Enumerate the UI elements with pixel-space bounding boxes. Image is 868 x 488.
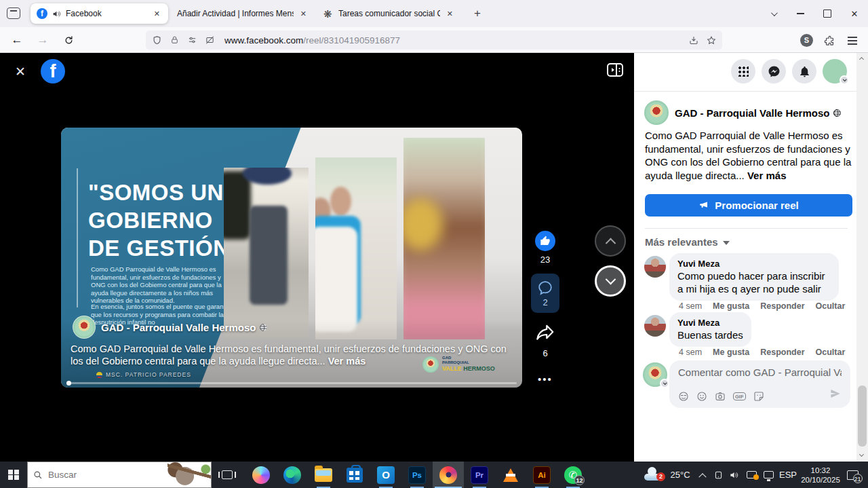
reel-page-row[interactable]: GAD - Parroquial Valle Hermoso [73,316,268,339]
comment-like-button[interactable]: Me gusta [713,348,749,357]
comment-input[interactable] [678,367,842,378]
phone-link-tray-icon[interactable] [711,462,726,488]
menu-hamburger-icon[interactable] [845,33,860,48]
comment-author[interactable]: Yuvi Meza [677,317,743,329]
autoplay-blocked-icon[interactable] [204,35,216,46]
start-button[interactable] [0,462,27,488]
firefox-view-icon[interactable] [7,7,20,19]
comments-button[interactable]: 2 [531,274,559,313]
page-avatar[interactable] [73,316,96,339]
reel-video[interactable]: "SOMOS UN GOBIERNO DE GESTIÓN" Como GAD … [61,128,522,388]
url-text[interactable]: www.facebook.com/reel/831041905916877 [224,35,682,45]
send-comment-button[interactable] [829,388,842,402]
comment-composer[interactable]: GIF [669,360,850,408]
file-explorer-button[interactable] [308,462,339,488]
sidebar-page-row[interactable]: GAD - Parroquial Valle Hermoso [644,100,842,125]
composer-avatar[interactable] [643,362,667,387]
taskbar-search[interactable] [27,462,212,488]
see-more-link[interactable]: Ver más [747,170,787,181]
task-view-button[interactable] [212,462,243,488]
more-options-icon[interactable]: ••• [538,373,553,385]
search-input[interactable] [48,470,150,480]
gif-icon[interactable]: GIF [733,392,746,400]
tab-list-chevron-icon[interactable] [760,0,787,27]
firefox-button[interactable] [433,462,464,488]
photoshop-button[interactable]: Ps [401,462,433,488]
microsoft-store-button[interactable] [339,462,370,488]
smiley-emoji-icon[interactable] [696,391,707,402]
action-center-button[interactable]: 21 [842,462,863,488]
like-button[interactable] [535,231,555,251]
reload-button[interactable] [58,30,79,50]
lock-icon[interactable] [169,35,180,46]
page-name-link[interactable]: GAD - Parroquial Valle Hermoso [675,107,842,119]
whatsapp-button[interactable]: ✆12 [557,462,589,488]
vlc-button[interactable] [495,462,526,488]
comments-sort-button[interactable]: Más relevantes [645,236,730,248]
permissions-sliders-icon[interactable] [186,35,198,46]
page-name[interactable]: GAD - Parroquial Valle Hermoso [101,322,268,333]
page-avatar[interactable] [644,100,669,125]
tab-tareas[interactable]: ❋ Tareas comunicador social GAD ✕ [317,3,461,24]
save-to-pocket-icon[interactable] [688,35,699,46]
tab-close-icon[interactable]: ✕ [298,8,309,20]
commenter-avatar[interactable] [644,315,666,337]
apps-menu-button[interactable] [731,59,755,83]
tray-overflow-chevron[interactable] [696,462,709,488]
comment-author[interactable]: Yuvi Meza [677,258,831,269]
shield-icon[interactable] [151,35,163,46]
tab-audio-icon[interactable] [52,10,61,18]
avatar-emoji-icon[interactable] [678,391,689,402]
scroll-up-icon[interactable] [859,57,864,62]
profile-avatar[interactable] [823,59,847,83]
illustrator-button[interactable]: Ai [526,462,557,488]
tab-informes[interactable]: Añadir Actividad | Informes Mensua ✕ [171,3,315,24]
comment-like-button[interactable]: Me gusta [713,301,749,311]
address-bar[interactable]: www.facebook.com/reel/831041905916877 [146,31,722,50]
extension-s-icon[interactable]: S [800,34,813,47]
scrollbar-thumb[interactable] [858,386,867,447]
tab-close-icon[interactable]: ✕ [152,8,162,20]
edge-button[interactable] [277,462,308,488]
comment-reply-button[interactable]: Responder [760,348,804,357]
tab-close-icon[interactable]: ✕ [445,8,455,20]
display-tray-icon[interactable] [743,462,760,488]
tab-facebook[interactable]: f Facebook ✕ [31,3,168,24]
sidebar-scrollbar[interactable] [856,53,868,462]
network-tray-icon[interactable] [761,462,776,488]
next-reel-button[interactable] [595,265,626,297]
comment-time[interactable]: 4 sem [679,301,702,311]
search-highlight-image[interactable] [167,462,211,487]
volume-tray-icon[interactable] [726,462,742,488]
comment-time[interactable]: 4 sem [679,348,702,357]
sidebar-toggle-icon[interactable] [606,62,624,81]
commenter-avatar[interactable] [644,256,666,278]
maximize-button[interactable] [814,0,841,27]
new-tab-button[interactable]: + [469,6,486,22]
messenger-button[interactable] [762,59,786,83]
copilot-button[interactable] [245,462,277,488]
clock[interactable]: 10:3220/10/2025 [800,462,841,488]
sticker-icon[interactable] [753,391,764,402]
minimize-button[interactable] [787,0,814,27]
close-reel-icon[interactable]: ✕ [15,64,26,79]
close-window-button[interactable]: ✕ [841,0,868,27]
camera-icon[interactable] [715,391,726,402]
extensions-puzzle-icon[interactable] [822,33,837,48]
progress-knob[interactable] [66,381,71,386]
share-button[interactable] [534,322,556,345]
facebook-logo[interactable]: f [41,59,65,83]
comment-hide-button[interactable]: Ocultar [816,301,846,311]
notifications-button[interactable] [792,59,816,83]
scroll-down-icon[interactable] [859,452,864,457]
previous-reel-button[interactable] [595,225,626,257]
premiere-button[interactable]: Pr [464,462,495,488]
weather-button[interactable]: 2 [642,462,665,488]
forward-button[interactable]: → [33,30,53,50]
bookmark-star-icon[interactable] [705,35,717,46]
comment-hide-button[interactable]: Ocultar [816,348,846,357]
outlook-button[interactable]: O [370,462,401,488]
comment-reply-button[interactable]: Responder [760,301,804,311]
promote-reel-button[interactable]: Promocionar reel [645,194,852,217]
temperature-label[interactable]: 25°C [666,462,694,488]
